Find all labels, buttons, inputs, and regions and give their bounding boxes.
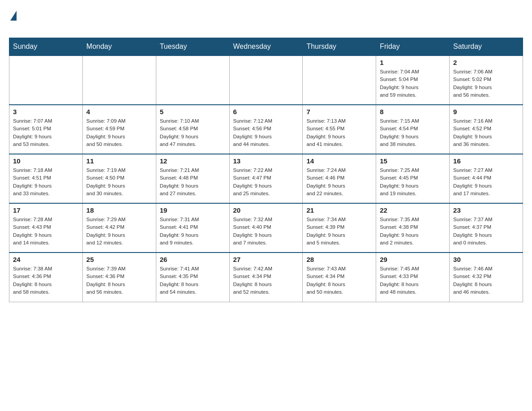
day-number: 27: [233, 256, 299, 263]
day-info: Sunrise: 7:43 AMSunset: 4:34 PMDaylight:…: [306, 265, 372, 296]
table-row: 21Sunrise: 7:34 AMSunset: 4:39 PMDayligh…: [303, 203, 376, 253]
day-number: 6: [233, 108, 299, 116]
day-number: 16: [453, 157, 519, 165]
day-info: Sunrise: 7:24 AMSunset: 4:46 PMDaylight:…: [306, 167, 372, 197]
day-number: 12: [160, 157, 226, 165]
calendar-week-row: 24Sunrise: 7:38 AMSunset: 4:36 PMDayligh…: [9, 253, 523, 302]
header-saturday: Saturday: [450, 38, 523, 56]
day-number: 26: [160, 256, 226, 263]
day-number: 11: [86, 157, 152, 165]
day-info: Sunrise: 7:21 AMSunset: 4:48 PMDaylight:…: [160, 167, 226, 197]
day-info: Sunrise: 7:10 AMSunset: 4:58 PMDaylight:…: [160, 117, 226, 148]
day-number: 29: [380, 256, 446, 263]
table-row: 20Sunrise: 7:32 AMSunset: 4:40 PMDayligh…: [229, 203, 303, 253]
day-number: 18: [86, 206, 152, 214]
day-info: Sunrise: 7:06 AMSunset: 5:02 PMDaylight:…: [453, 68, 519, 99]
page-header: [9, 9, 523, 33]
header-sunday: Sunday: [9, 38, 83, 56]
day-info: Sunrise: 7:22 AMSunset: 4:47 PMDaylight:…: [233, 167, 299, 197]
table-row: 24Sunrise: 7:38 AMSunset: 4:36 PMDayligh…: [9, 253, 83, 302]
table-row: 18Sunrise: 7:29 AMSunset: 4:42 PMDayligh…: [82, 203, 156, 253]
day-info: Sunrise: 7:19 AMSunset: 4:50 PMDaylight:…: [86, 167, 152, 197]
day-info: Sunrise: 7:37 AMSunset: 4:37 PMDaylight:…: [453, 216, 519, 247]
table-row: 27Sunrise: 7:42 AMSunset: 4:34 PMDayligh…: [229, 253, 303, 302]
day-info: Sunrise: 7:25 AMSunset: 4:45 PMDaylight:…: [380, 167, 446, 197]
calendar-week-row: 17Sunrise: 7:28 AMSunset: 4:43 PMDayligh…: [9, 203, 523, 253]
table-row: 29Sunrise: 7:45 AMSunset: 4:33 PMDayligh…: [376, 253, 450, 302]
day-number: 7: [306, 108, 372, 116]
day-info: Sunrise: 7:31 AMSunset: 4:41 PMDaylight:…: [160, 216, 226, 247]
day-info: Sunrise: 7:32 AMSunset: 4:40 PMDaylight:…: [233, 216, 299, 247]
day-info: Sunrise: 7:38 AMSunset: 4:36 PMDaylight:…: [13, 265, 79, 296]
table-row: [9, 56, 83, 105]
day-number: 30: [453, 256, 519, 263]
day-info: Sunrise: 7:28 AMSunset: 4:43 PMDaylight:…: [13, 216, 79, 247]
day-info: Sunrise: 7:39 AMSunset: 4:36 PMDaylight:…: [86, 265, 152, 296]
day-number: 28: [306, 256, 372, 263]
day-number: 25: [86, 256, 152, 263]
table-row: 1Sunrise: 7:04 AMSunset: 5:04 PMDaylight…: [376, 56, 450, 105]
day-number: 8: [380, 108, 446, 116]
day-number: 2: [453, 59, 519, 66]
day-number: 9: [453, 108, 519, 116]
table-row: 19Sunrise: 7:31 AMSunset: 4:41 PMDayligh…: [156, 203, 229, 253]
calendar-table: Sunday Monday Tuesday Wednesday Thursday…: [9, 38, 523, 302]
table-row: 30Sunrise: 7:46 AMSunset: 4:32 PMDayligh…: [450, 253, 523, 302]
table-row: 6Sunrise: 7:12 AMSunset: 4:56 PMDaylight…: [229, 105, 303, 154]
day-info: Sunrise: 7:46 AMSunset: 4:32 PMDaylight:…: [453, 265, 519, 296]
day-info: Sunrise: 7:12 AMSunset: 4:56 PMDaylight:…: [233, 117, 299, 148]
day-info: Sunrise: 7:09 AMSunset: 4:59 PMDaylight:…: [86, 117, 152, 148]
day-number: 23: [453, 206, 519, 214]
table-row: 15Sunrise: 7:25 AMSunset: 4:45 PMDayligh…: [376, 154, 450, 203]
table-row: 17Sunrise: 7:28 AMSunset: 4:43 PMDayligh…: [9, 203, 83, 253]
day-number: 19: [160, 206, 226, 214]
day-number: 1: [380, 59, 446, 66]
day-number: 10: [13, 157, 79, 165]
day-info: Sunrise: 7:42 AMSunset: 4:34 PMDaylight:…: [233, 265, 299, 296]
logo: [9, 9, 17, 33]
day-info: Sunrise: 7:07 AMSunset: 5:01 PMDaylight:…: [13, 117, 79, 148]
weekday-header-row: Sunday Monday Tuesday Wednesday Thursday…: [9, 38, 523, 56]
table-row: 14Sunrise: 7:24 AMSunset: 4:46 PMDayligh…: [303, 154, 376, 203]
table-row: 26Sunrise: 7:41 AMSunset: 4:35 PMDayligh…: [156, 253, 229, 302]
calendar-week-row: 3Sunrise: 7:07 AMSunset: 5:01 PMDaylight…: [9, 105, 523, 154]
header-monday: Monday: [82, 38, 156, 56]
table-row: [82, 56, 156, 105]
table-row: 11Sunrise: 7:19 AMSunset: 4:50 PMDayligh…: [82, 154, 156, 203]
day-info: Sunrise: 7:18 AMSunset: 4:51 PMDaylight:…: [13, 167, 79, 197]
day-info: Sunrise: 7:16 AMSunset: 4:52 PMDaylight:…: [453, 117, 519, 148]
day-number: 14: [306, 157, 372, 165]
table-row: 5Sunrise: 7:10 AMSunset: 4:58 PMDaylight…: [156, 105, 229, 154]
table-row: 16Sunrise: 7:27 AMSunset: 4:44 PMDayligh…: [450, 154, 523, 203]
day-info: Sunrise: 7:29 AMSunset: 4:42 PMDaylight:…: [86, 216, 152, 247]
day-number: 20: [233, 206, 299, 214]
header-tuesday: Tuesday: [156, 38, 229, 56]
table-row: 23Sunrise: 7:37 AMSunset: 4:37 PMDayligh…: [450, 203, 523, 253]
table-row: 8Sunrise: 7:15 AMSunset: 4:54 PMDaylight…: [376, 105, 450, 154]
day-info: Sunrise: 7:34 AMSunset: 4:39 PMDaylight:…: [306, 216, 372, 247]
day-number: 15: [380, 157, 446, 165]
day-info: Sunrise: 7:27 AMSunset: 4:44 PMDaylight:…: [453, 167, 519, 197]
day-info: Sunrise: 7:35 AMSunset: 4:38 PMDaylight:…: [380, 216, 446, 247]
table-row: 2Sunrise: 7:06 AMSunset: 5:02 PMDaylight…: [450, 56, 523, 105]
day-number: 22: [380, 206, 446, 214]
header-thursday: Thursday: [303, 38, 376, 56]
day-info: Sunrise: 7:45 AMSunset: 4:33 PMDaylight:…: [380, 265, 446, 296]
calendar-week-row: 1Sunrise: 7:04 AMSunset: 5:04 PMDaylight…: [9, 56, 523, 105]
day-number: 4: [86, 108, 152, 116]
day-info: Sunrise: 7:15 AMSunset: 4:54 PMDaylight:…: [380, 117, 446, 148]
table-row: 3Sunrise: 7:07 AMSunset: 5:01 PMDaylight…: [9, 105, 83, 154]
table-row: 28Sunrise: 7:43 AMSunset: 4:34 PMDayligh…: [303, 253, 376, 302]
table-row: 9Sunrise: 7:16 AMSunset: 4:52 PMDaylight…: [450, 105, 523, 154]
table-row: 25Sunrise: 7:39 AMSunset: 4:36 PMDayligh…: [82, 253, 156, 302]
day-info: Sunrise: 7:04 AMSunset: 5:04 PMDaylight:…: [380, 68, 446, 99]
table-row: 7Sunrise: 7:13 AMSunset: 4:55 PMDaylight…: [303, 105, 376, 154]
table-row: [156, 56, 229, 105]
day-number: 24: [13, 256, 79, 263]
table-row: 12Sunrise: 7:21 AMSunset: 4:48 PMDayligh…: [156, 154, 229, 203]
table-row: [303, 56, 376, 105]
header-wednesday: Wednesday: [229, 38, 303, 56]
day-number: 13: [233, 157, 299, 165]
day-number: 21: [306, 206, 372, 214]
table-row: 4Sunrise: 7:09 AMSunset: 4:59 PMDaylight…: [82, 105, 156, 154]
